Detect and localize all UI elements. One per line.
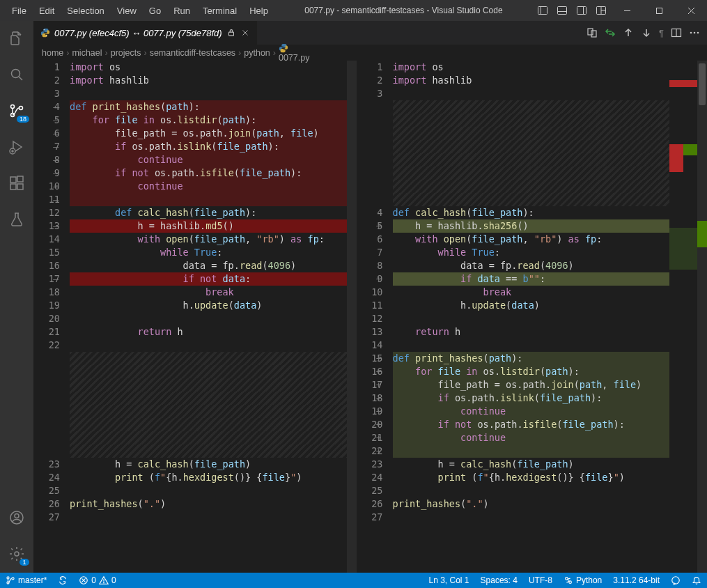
svg-point-17: [20, 107, 23, 110]
status-language-text: Python: [576, 575, 602, 585]
status-sync[interactable]: [52, 573, 73, 588]
svg-point-48: [569, 581, 572, 584]
breadcrumb-sep: ›: [143, 48, 146, 58]
layout-grid-icon[interactable]: [591, 0, 611, 21]
swap-icon[interactable]: [605, 27, 616, 38]
python-file-icon: [40, 28, 50, 38]
readonly-icon: [226, 28, 236, 38]
panel-left-icon[interactable]: [533, 0, 552, 21]
compare-file-icon[interactable]: [586, 27, 598, 38]
settings-icon[interactable]: 1: [0, 541, 33, 567]
breadcrumbs[interactable]: home›michael›projects›semanticdiff-testc…: [33, 45, 707, 61]
more-actions-icon[interactable]: [689, 27, 700, 38]
menu-help[interactable]: Help: [243, 3, 274, 19]
svg-point-39: [7, 577, 9, 579]
breadcrumb-sep: ›: [66, 48, 69, 58]
status-feedback-icon[interactable]: [665, 573, 686, 588]
svg-point-25: [15, 514, 19, 518]
extensions-icon[interactable]: [0, 170, 33, 196]
svg-rect-29: [228, 32, 233, 36]
svg-point-47: [566, 578, 568, 580]
svg-point-15: [11, 105, 15, 109]
tab-label: 0077.py (efec4cf5) ↔ 0077.py (75de78fd): [54, 28, 222, 38]
window-title: 0077.py - semanticdiff-testcases - Visua…: [274, 6, 533, 15]
menu-run[interactable]: Run: [167, 3, 196, 19]
vertical-scrollbar[interactable]: [697, 61, 707, 573]
svg-point-41: [12, 578, 14, 580]
svg-point-38: [697, 32, 699, 34]
breadcrumb-item[interactable]: home: [42, 48, 63, 58]
minimap[interactable]: [669, 61, 697, 573]
titlebar: FileEditSelectionViewGoRunTerminalHelp 0…: [0, 0, 707, 21]
svg-line-14: [19, 77, 22, 80]
status-branch[interactable]: master*: [0, 573, 52, 588]
status-encoding[interactable]: UTF-8: [523, 573, 558, 588]
testing-icon[interactable]: [0, 206, 33, 233]
status-language[interactable]: Python: [558, 573, 607, 588]
svg-rect-22: [17, 184, 23, 189]
whitespace-icon[interactable]: ¶: [659, 28, 664, 38]
split-editor-icon[interactable]: [671, 27, 682, 38]
debug-icon[interactable]: [0, 134, 33, 160]
svg-rect-4: [577, 7, 586, 15]
menu-go[interactable]: Go: [143, 3, 167, 19]
breadcrumb-item[interactable]: 0077.py: [279, 43, 309, 63]
maximize-button[interactable]: [643, 0, 675, 21]
close-tab-icon[interactable]: [240, 28, 250, 38]
breadcrumb-sep: ›: [105, 48, 108, 58]
svg-point-13: [12, 70, 20, 78]
diff-left-pane[interactable]: 1234–5–6–7–8–9–10–11–1213–14151617–18192…: [33, 61, 347, 573]
svg-point-28: [46, 36, 47, 36]
layout-icons: [533, 0, 611, 21]
svg-point-46: [104, 582, 104, 583]
status-pyver[interactable]: 3.11.2 64-bit: [607, 573, 665, 588]
status-problems[interactable]: 0 0: [73, 573, 121, 588]
minimize-button[interactable]: [611, 0, 643, 21]
activity-bar: 18 1: [0, 21, 33, 573]
svg-point-19: [12, 150, 13, 152]
breadcrumb-item[interactable]: semanticdiff-testcases: [150, 48, 235, 58]
svg-rect-2: [558, 7, 567, 15]
breadcrumb-sep: ›: [273, 48, 276, 58]
breadcrumb-item[interactable]: michael: [72, 48, 102, 58]
svg-point-27: [44, 29, 45, 30]
tab-bar: 0077.py (efec4cf5) ↔ 0077.py (75de78fd) …: [33, 21, 707, 45]
panel-bottom-icon[interactable]: [552, 0, 572, 21]
svg-rect-21: [10, 184, 16, 189]
status-branch-text: master*: [18, 575, 47, 585]
svg-rect-0: [538, 7, 547, 15]
prev-change-icon[interactable]: [623, 27, 634, 38]
panel-right-icon[interactable]: [572, 0, 591, 21]
status-cursor[interactable]: Ln 3, Col 1: [424, 573, 475, 588]
menu-selection[interactable]: Selection: [61, 3, 110, 19]
status-bell-icon[interactable]: [686, 573, 707, 588]
svg-point-26: [15, 552, 19, 556]
menu-edit[interactable]: Edit: [33, 3, 61, 19]
settings-badge: 1: [20, 559, 29, 566]
status-bar: master* 0 0 Ln 3, Col 1 Spaces: 4 UTF-8 …: [0, 573, 707, 588]
search-icon[interactable]: [0, 61, 33, 88]
explorer-icon[interactable]: [0, 25, 33, 52]
accounts-icon[interactable]: [0, 504, 33, 531]
menu-terminal[interactable]: Terminal: [196, 3, 243, 19]
status-spaces[interactable]: Spaces: 4: [475, 573, 523, 588]
svg-rect-20: [10, 177, 16, 183]
scm-badge: 18: [17, 116, 29, 123]
status-errors: 0: [91, 575, 96, 585]
next-change-icon[interactable]: [641, 27, 652, 38]
diff-right-pane[interactable]: 12345+6789+101112131415+16+17+18+19+20+2…: [357, 61, 670, 573]
status-warnings: 0: [111, 575, 116, 585]
svg-rect-10: [656, 8, 662, 13]
breadcrumb-item[interactable]: projects: [111, 48, 141, 58]
menu-file[interactable]: File: [6, 3, 33, 19]
tab-diff[interactable]: 0077.py (efec4cf5) ↔ 0077.py (75de78fd): [33, 21, 258, 45]
center-scrollbar[interactable]: [347, 61, 357, 573]
menu-view[interactable]: View: [111, 3, 143, 19]
breadcrumb-item[interactable]: python: [244, 48, 270, 58]
svg-point-49: [672, 577, 680, 585]
close-window-button[interactable]: [675, 0, 707, 21]
tab-actions: ¶: [580, 21, 707, 45]
source-control-icon[interactable]: 18: [0, 98, 33, 124]
svg-rect-33: [591, 31, 596, 37]
svg-point-37: [694, 32, 696, 34]
